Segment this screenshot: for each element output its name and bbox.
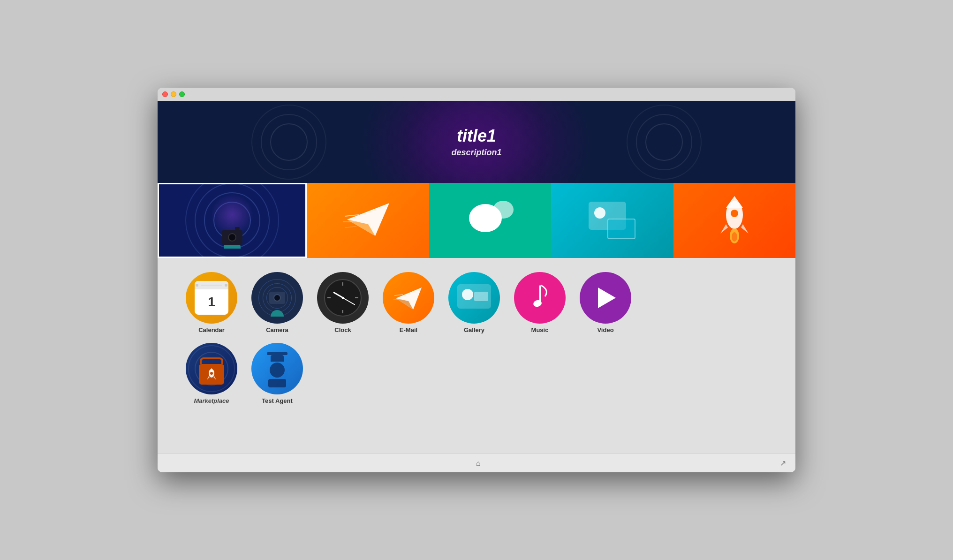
svg-marker-23 (207, 376, 210, 380)
clock-center-dot (342, 297, 344, 299)
header-title: title1 (451, 126, 501, 146)
agent-figure (267, 352, 287, 387)
svg-point-7 (731, 210, 738, 217)
featured-item-email[interactable] (307, 183, 429, 258)
music-label: Music (531, 326, 549, 333)
email-icon (383, 272, 434, 324)
video-icon (580, 272, 631, 324)
camera-featured-art (195, 192, 270, 249)
app-item-gallery[interactable]: Gallery (448, 272, 500, 333)
camera-label: Camera (266, 326, 288, 333)
marketplace-icon (186, 343, 237, 394)
calendar-body: 1 (195, 289, 228, 315)
marketplace-inner (186, 343, 237, 394)
svg-point-19 (532, 299, 542, 308)
apps-row-1: 1 Calendar (186, 272, 767, 333)
clock-minute-hand (343, 297, 355, 305)
app-item-music[interactable]: Music (514, 272, 566, 333)
app-item-camera[interactable]: Camera (251, 272, 303, 333)
app-item-calendar[interactable]: 1 Calendar (186, 272, 237, 333)
camera-body (269, 292, 285, 304)
featured-item-camera[interactable] (158, 183, 307, 258)
share-button[interactable]: ↗ (780, 459, 786, 468)
music-icon (514, 272, 566, 324)
traffic-lights (162, 91, 185, 97)
camera-lens (273, 294, 281, 302)
clock-label: Clock (334, 326, 351, 333)
rocket-featured-art (716, 194, 753, 247)
featured-item-gallery[interactable] (551, 183, 673, 258)
svg-point-11 (732, 232, 737, 242)
market-bag-handle (200, 357, 223, 364)
header-text: title1 description1 (451, 126, 501, 158)
gallery-featured-art (589, 202, 635, 239)
clock-tick-6 (342, 310, 343, 313)
svg-rect-18 (539, 285, 541, 303)
clock-face (324, 279, 362, 317)
app-item-clock[interactable]: Clock (317, 272, 369, 333)
agent-body (268, 379, 286, 387)
svg-marker-8 (720, 224, 728, 234)
agent-head (270, 363, 285, 378)
email-label: E-Mail (400, 326, 417, 333)
app-item-video[interactable]: Video (580, 272, 631, 333)
close-button[interactable] (162, 91, 168, 97)
gallery-rect-secondary (607, 219, 635, 239)
clock-icon (317, 272, 369, 324)
agent-hat-top (271, 355, 284, 362)
gallery-circle-icon (462, 289, 473, 300)
clock-tick-9 (327, 297, 331, 298)
market-bag-wrapper (199, 357, 224, 385)
testagent-label: Test Agent (262, 397, 293, 404)
calendar-inner: 1 (195, 281, 228, 315)
gallery-inner-art (457, 284, 491, 311)
titlebar (158, 88, 795, 101)
email-plane-svg (393, 285, 424, 311)
cal-dot-2 (225, 284, 227, 287)
featured-item-chat[interactable] (429, 183, 551, 258)
camera-icon (251, 272, 303, 324)
app-item-marketplace[interactable]: Marketplace (186, 343, 237, 404)
svg-marker-24 (213, 376, 216, 380)
cal-dot-1 (196, 284, 198, 287)
market-rocket-svg (206, 368, 217, 381)
calendar-header (195, 281, 228, 289)
calendar-label: Calendar (198, 326, 225, 333)
svg-marker-21 (209, 368, 214, 371)
clock-tick-3 (355, 297, 358, 298)
email-featured-art (342, 198, 394, 242)
minimize-button[interactable] (171, 91, 176, 97)
app-item-email[interactable]: E-Mail (383, 272, 434, 333)
featured-strip (158, 183, 795, 258)
svg-line-4 (345, 227, 356, 227)
apps-section: 1 Calendar (158, 258, 795, 454)
home-button[interactable]: ⌂ (476, 459, 481, 468)
featured-item-rocket[interactable] (673, 183, 795, 258)
main-window: title1 description1 (158, 88, 795, 472)
svg-point-22 (210, 372, 213, 375)
svg-point-13 (743, 207, 745, 209)
market-bag-body (199, 364, 224, 385)
calendar-icon: 1 (186, 272, 237, 324)
apps-row-2: Marketplace (186, 343, 767, 404)
gallery-label: Gallery (464, 326, 484, 333)
video-label: Video (597, 326, 613, 333)
svg-marker-6 (726, 196, 743, 208)
bottom-bar: ⌂ ↗ (158, 454, 795, 472)
svg-point-12 (724, 207, 726, 209)
play-button-icon (598, 288, 616, 308)
maximize-button[interactable] (179, 91, 185, 97)
app-item-testagent[interactable]: Test Agent (251, 343, 303, 404)
clock-tick-12 (342, 282, 343, 286)
chat-bubble-secondary-icon (493, 201, 514, 219)
gallery-icon (448, 272, 500, 324)
gallery-rect-icon (474, 292, 488, 301)
svg-line-16 (394, 295, 403, 295)
svg-marker-9 (741, 224, 749, 234)
header-description: description1 (451, 148, 501, 158)
chat-featured-art (462, 197, 518, 244)
marketplace-label: Marketplace (194, 397, 229, 404)
header-banner: title1 description1 (158, 101, 795, 183)
agent-hat (267, 352, 287, 362)
calendar-date: 1 (208, 295, 215, 310)
